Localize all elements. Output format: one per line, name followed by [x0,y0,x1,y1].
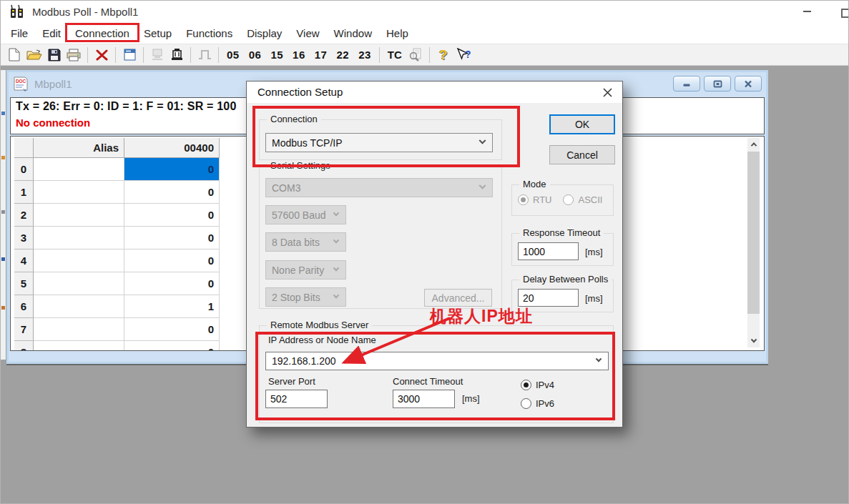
parity-value: None Parity [272,265,334,276]
scroll-down-button[interactable] [747,335,760,347]
toolbar-separator [87,47,88,63]
row-header-cell[interactable]: 2 [14,204,34,227]
maximize-button[interactable] [841,9,849,18]
alias-cell[interactable] [34,158,124,181]
document-close-button[interactable] [735,76,762,92]
single-poll-icon [197,46,212,64]
ip-version-radio-label: IPv4 [536,380,554,390]
row-header-cell[interactable]: 7 [14,318,34,341]
alias-cell[interactable] [34,249,124,272]
function-code-17-button[interactable]: 17 [313,49,329,61]
radio-icon [518,194,529,205]
menu-edit[interactable]: Edit [35,24,68,42]
menu-functions[interactable]: Functions [179,24,240,42]
register-value-cell[interactable]: 0 [124,181,220,204]
alias-cell[interactable] [34,295,124,318]
alias-cell[interactable] [34,227,124,249]
ip-version-ipv4-radio[interactable]: IPv4 [521,380,554,390]
menu-connection[interactable]: Connection [68,24,137,42]
menu-display[interactable]: Display [240,24,289,42]
document-restore-button[interactable] [704,76,731,92]
document-title: Mbpoll1 [34,78,72,90]
connection-type-select[interactable]: Modbus TCP/IP [265,133,493,152]
context-help-icon[interactable]: ? [456,46,471,64]
display-setup-icon[interactable] [122,46,137,64]
function-code-22-button[interactable]: 22 [335,49,350,61]
ip-version-radio-label: IPv6 [536,398,554,409]
svg-text:?: ? [465,49,471,60]
ip-version-ipv6-radio[interactable]: IPv6 [521,398,554,409]
response-timeout-input[interactable] [518,242,579,260]
function-code-06-button[interactable]: 06 [247,49,263,61]
help-icon[interactable]: ? [436,46,451,64]
delay-between-polls-input[interactable] [518,289,579,307]
save-icon[interactable] [47,46,62,64]
function-code-16-button[interactable]: 16 [291,49,307,61]
row-header-cell[interactable]: 4 [14,249,34,272]
desktop-artifact [1,257,5,261]
parity-select: None Parity [265,260,346,280]
toolbar-separator [429,47,430,63]
alias-cell[interactable] [34,181,124,204]
register-value-cell[interactable]: 0 [124,249,220,272]
menu-help[interactable]: Help [379,24,416,42]
new-file-icon[interactable] [7,46,21,64]
row-header-cell[interactable]: 3 [14,227,34,249]
toolbar-separator [379,47,380,63]
dialog-close-icon[interactable] [598,85,617,100]
alias-column-header[interactable]: Alias [34,138,124,158]
register-value-cell[interactable]: 0 [124,318,220,341]
mode-radio-group: RTUASCII [518,194,602,205]
register-value-cell[interactable]: 0 [124,227,220,249]
register-value-cell[interactable]: 0 [124,341,220,350]
ip-address-combo[interactable]: 192.168.1.200 [265,352,609,370]
scrollbar-thumb[interactable] [747,152,760,314]
grid-row: 10 [14,181,221,204]
function-code-05-button[interactable]: 05 [225,49,241,61]
row-header-cell[interactable]: 6 [14,295,34,318]
scroll-up-button[interactable] [747,138,760,150]
grid-row: 20 [14,204,221,227]
menu-view[interactable]: View [289,24,326,42]
minimize-button[interactable] [803,11,811,12]
mode-radio-label: ASCII [578,194,602,205]
cancel-button[interactable]: Cancel [549,145,615,164]
alias-cell[interactable] [34,204,124,227]
row-header-cell[interactable]: 1 [14,181,34,204]
dialog-title-bar[interactable]: Connection Setup [247,81,622,103]
chevron-down-icon [479,137,486,144]
connect-timeout-input[interactable] [393,390,455,408]
read-write-disable-icon[interactable] [94,46,109,64]
mode-rtu-radio[interactable]: RTU [518,194,551,205]
alias-cell[interactable] [34,272,124,295]
document-minimize-button[interactable] [673,76,700,92]
poll-definition-icon[interactable] [150,46,165,64]
register-value-cell[interactable]: 0 [124,272,220,295]
menu-file[interactable]: File [4,24,35,42]
open-file-icon[interactable] [26,46,42,64]
corner-header-cell [14,138,34,158]
function-code-23-button[interactable]: 23 [357,49,373,61]
server-port-input[interactable] [265,390,328,408]
stop-bits-select: 2 Stop Bits [265,287,346,307]
register-value-cell[interactable]: 1 [124,295,220,318]
register-value-cell[interactable]: 0 [124,204,220,227]
communication-traffic-icon[interactable] [170,46,184,64]
row-header-cell[interactable]: 0 [14,158,34,181]
ok-button[interactable]: OK [549,114,615,134]
menu-setup[interactable]: Setup [137,24,179,42]
print-icon[interactable] [67,46,81,64]
test-center-button[interactable]: TC [386,46,403,64]
alias-cell[interactable] [34,341,124,350]
register-value-cell[interactable]: 0 [124,158,220,181]
row-header-cell[interactable]: 5 [14,272,34,295]
mode-ascii-radio[interactable]: ASCII [563,194,602,205]
title-bar[interactable]: Modbus Poll - Mbpoll1 [1,1,848,23]
vertical-scrollbar[interactable] [747,138,760,347]
toolbar: 05061516172223 TC ? ? [1,44,848,66]
row-header-cell[interactable]: 8 [14,341,34,350]
function-code-15-button[interactable]: 15 [269,49,285,61]
register-column-header[interactable]: 00400 [124,138,220,158]
alias-cell[interactable] [34,318,124,341]
menu-window[interactable]: Window [327,24,379,42]
